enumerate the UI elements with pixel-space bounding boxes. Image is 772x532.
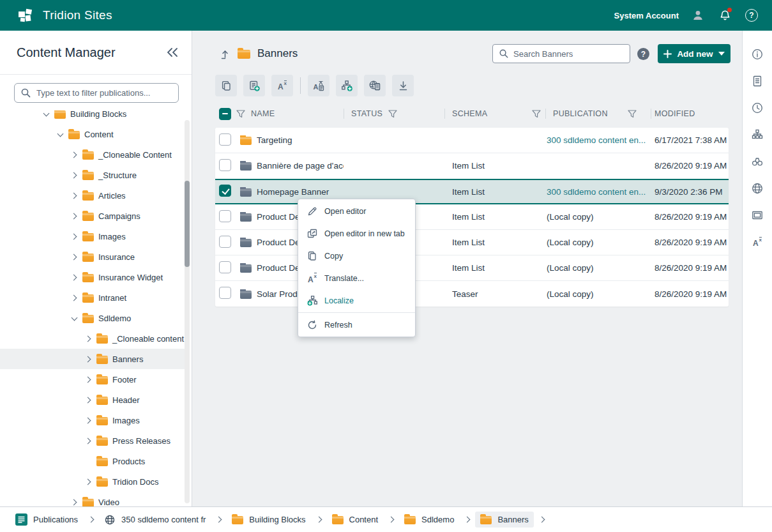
tree-item-footer[interactable]: Footer — [0, 369, 185, 390]
chevron-right-icon[interactable] — [70, 232, 78, 240]
breadcrumb-content[interactable]: Content — [327, 512, 384, 528]
tree-item-content[interactable]: Content — [0, 124, 185, 144]
filter-icon[interactable] — [532, 110, 541, 118]
row-checkbox[interactable] — [219, 133, 231, 146]
publication-link[interactable]: 300 sdldemo content en... — [547, 187, 646, 197]
chevron-right-icon[interactable] — [70, 212, 78, 220]
tree-scrollbar-thumb[interactable] — [185, 181, 190, 267]
notifications-bell-icon[interactable] — [717, 8, 732, 23]
tree-item-images[interactable]: Images — [0, 226, 185, 247]
tree-item-sdldemo[interactable]: Sdldemo — [0, 308, 185, 328]
translate-button[interactable]: Ax — [271, 75, 293, 96]
filter-icon[interactable] — [628, 110, 637, 118]
tree-item-intranet[interactable]: Intranet — [0, 287, 185, 308]
globe-icon[interactable] — [751, 182, 764, 195]
translate-icon[interactable]: Ax — [751, 236, 764, 248]
table-row-product-detail-2[interactable]: Product Det Item List (Local copy) 8/26/… — [215, 230, 729, 255]
menu-item-open-editor-new-tab[interactable]: Open editor in new tab — [298, 222, 415, 245]
info-icon[interactable] — [751, 48, 764, 61]
web-content-button[interactable] — [364, 75, 386, 96]
column-header-status: STATUS — [351, 109, 382, 118]
breadcrumb-banners[interactable]: Banners — [475, 512, 533, 528]
document-icon[interactable] — [751, 75, 764, 87]
clock-icon[interactable] — [751, 102, 764, 114]
tree-item-cloneable-content[interactable]: _Cloneable Content — [0, 144, 185, 165]
tree-item-articles[interactable]: Articles — [0, 185, 185, 206]
select-all-checkbox[interactable] — [219, 108, 231, 120]
org-chart-icon[interactable] — [751, 128, 764, 141]
table-row-product-detail-3[interactable]: Product Det Item List (Local copy) 8/26/… — [215, 255, 729, 281]
up-one-level-icon[interactable] — [220, 49, 231, 59]
filter-icon[interactable] — [236, 110, 245, 118]
publication-link[interactable]: 300 sdldemo content en... — [547, 135, 646, 145]
menu-item-localize[interactable]: Localize — [298, 289, 415, 312]
row-checkbox[interactable] — [219, 236, 231, 248]
tree-item-insurance[interactable]: Insurance — [0, 247, 185, 267]
table-row-homepage-banner[interactable]: Homepage Banner Item List 300 sdldemo co… — [215, 179, 729, 204]
user-name[interactable]: System Account — [614, 11, 679, 20]
copy-button[interactable] — [215, 75, 237, 96]
menu-item-copy[interactable]: Copy — [298, 245, 415, 267]
menu-item-open-editor[interactable]: Open editor — [298, 200, 415, 222]
chevron-right-icon[interactable] — [70, 171, 78, 179]
breadcrumb-publications[interactable]: Publications — [10, 510, 83, 529]
tree-item-tridion-docs[interactable]: Tridion Docs — [0, 471, 185, 492]
chevron-right-icon[interactable] — [70, 294, 78, 301]
chevron-right-icon[interactable] — [70, 151, 78, 158]
chevron-right-icon[interactable] — [70, 273, 78, 281]
row-checkbox[interactable] — [219, 185, 231, 197]
preview-frame-icon[interactable] — [751, 209, 764, 222]
chevron-right-icon[interactable] — [84, 416, 92, 424]
breadcrumb-publication-350[interactable]: 350 sdldemo content fr — [99, 511, 211, 529]
row-checkbox[interactable] — [219, 210, 231, 222]
tree-item-images-2[interactable]: Images — [0, 410, 185, 430]
search-input[interactable] — [513, 49, 626, 59]
chevron-right-icon[interactable] — [70, 253, 78, 261]
table-row-solar-product[interactable]: Solar Produ Teaser (Local copy) 8/26/202… — [215, 281, 729, 307]
search-help-icon[interactable] — [637, 48, 649, 60]
create-translation-job-button[interactable] — [243, 75, 265, 96]
row-checkbox[interactable] — [219, 261, 231, 273]
collapse-sidebar-icon[interactable] — [166, 47, 179, 57]
chevron-down-icon[interactable] — [70, 314, 78, 322]
menu-item-refresh[interactable]: Refresh — [298, 314, 415, 336]
tree-scrollbar-track[interactable] — [185, 120, 190, 503]
chevron-right-icon[interactable] — [84, 376, 92, 383]
tree-item-header[interactable]: Header — [0, 390, 185, 410]
download-button[interactable] — [392, 75, 414, 96]
chevron-right-icon[interactable] — [70, 192, 78, 199]
tree-item-products[interactable]: Products — [0, 451, 185, 471]
chevron-right-icon[interactable] — [84, 355, 92, 363]
chevron-right-icon[interactable] — [84, 396, 92, 404]
chevron-right-icon[interactable] — [84, 478, 92, 485]
chevron-right-icon[interactable] — [84, 437, 92, 445]
chevron-right-icon[interactable] — [70, 498, 78, 506]
breadcrumb-building-blocks[interactable]: Building Blocks — [227, 512, 310, 528]
publications-filter-input[interactable] — [14, 83, 179, 103]
translation-status-button[interactable]: A — [308, 75, 329, 96]
breadcrumb-sdldemo[interactable]: Sdldemo — [399, 512, 459, 528]
user-avatar-icon[interactable] — [690, 8, 706, 23]
table-row-targeting[interactable]: Targeting 300 sdldemo content en... 6/17… — [215, 128, 729, 153]
table-row-banniere[interactable]: Bannière de page d'acc... Item List 8/26… — [215, 153, 729, 179]
menu-item-translate[interactable]: Ax Translate... — [298, 267, 415, 289]
row-checkbox[interactable] — [219, 159, 231, 171]
tree-item-video[interactable]: Video — [0, 492, 185, 506]
tree-item-campaigns[interactable]: Campaigns — [0, 206, 185, 226]
table-row-product-detail-1[interactable]: Product Det Item List (Local copy) 8/26/… — [215, 204, 729, 230]
tree-item-banners[interactable]: Banners — [0, 349, 185, 369]
tree-item-insurance-widget[interactable]: Insurance Widget — [0, 267, 185, 287]
chevron-down-icon[interactable] — [42, 110, 50, 118]
row-checkbox[interactable] — [219, 287, 231, 299]
table-header: NAME STATUS SCHEMA PUBLICATION MODIFIED — [215, 104, 729, 123]
binoculars-icon[interactable] — [751, 155, 764, 168]
tree-item-structure[interactable]: _Structure — [0, 165, 185, 185]
tree-item-press-releases[interactable]: Press Releases — [0, 430, 185, 451]
help-icon[interactable] — [744, 8, 759, 23]
tree-item-cloneable-content-2[interactable]: _Cloneable content — [0, 328, 185, 349]
chevron-right-icon[interactable] — [84, 335, 92, 342]
chevron-down-icon[interactable] — [56, 130, 64, 138]
filter-icon[interactable] — [388, 110, 397, 118]
localize-button[interactable] — [336, 75, 358, 96]
add-new-button[interactable]: Add new — [658, 44, 730, 63]
